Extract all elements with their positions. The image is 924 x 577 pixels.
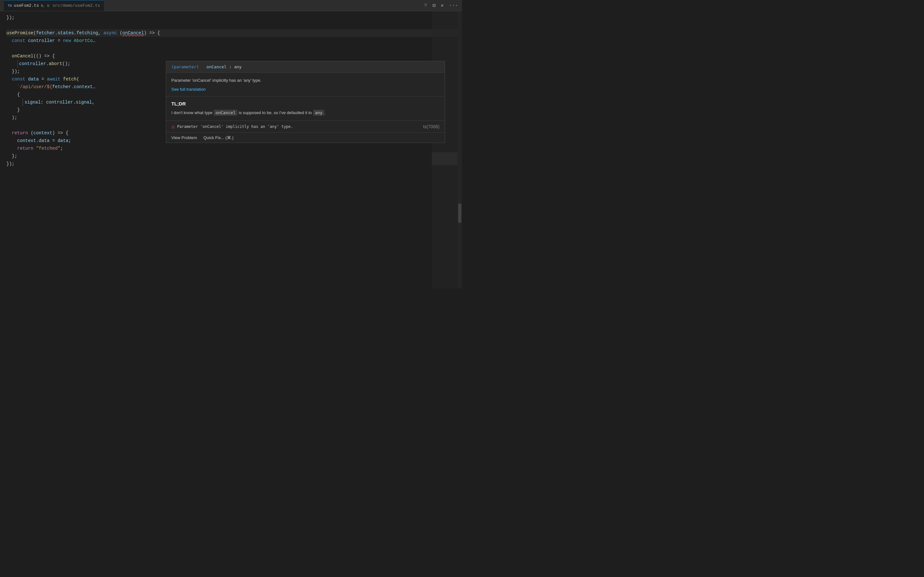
git-icon[interactable]: ⑂	[424, 3, 427, 8]
title-bar: TS useFsm2.ts 9, U src/demo/useFsm2.ts ⑂…	[0, 0, 462, 11]
tooltip-actions: View Problem Quick Fix... (⌘.)	[166, 133, 445, 143]
tldr-code-word: onCancel	[214, 110, 238, 116]
title-bar-actions: ⑂ ⊡ ✕ ···	[424, 2, 458, 9]
split-editor-icon[interactable]: ⊡	[433, 2, 436, 9]
error-icon: ⚠	[171, 124, 175, 129]
tab-position: 9, U	[41, 4, 49, 8]
tab-path: src/demo/useFsm2.ts	[53, 3, 100, 8]
more-actions-icon[interactable]: ···	[449, 3, 458, 8]
tooltip-message: Parameter 'onCancel' implicitly has an '…	[171, 77, 439, 84]
translation-link[interactable]: See full translation	[171, 87, 439, 92]
code-line: return "fetched";	[6, 145, 462, 152]
minimap-highlight	[432, 152, 457, 165]
tab-filename: useFsm2.ts	[14, 3, 39, 8]
code-line	[6, 45, 462, 52]
tldr-text: I don't know what type onCancel is suppo…	[171, 110, 439, 116]
tldr-before: I don't know what type	[171, 110, 212, 115]
tooltip-error-line: ⚠ Parameter 'onCancel' implicitly has an…	[166, 121, 445, 133]
tab-language: TS	[8, 4, 12, 8]
scrollbar[interactable]	[457, 11, 462, 288]
tooltip-body: Parameter 'onCancel' implicitly has an '…	[166, 73, 445, 97]
code-line: onCancel(() => {	[6, 52, 462, 60]
code-line: const controller = new AbortCo…	[6, 37, 462, 45]
tooltip-header: (parameter) onCancel : any	[166, 61, 445, 73]
editor-tab[interactable]: TS useFsm2.ts 9, U src/demo/useFsm2.ts	[4, 0, 104, 11]
code-line-active: usePromise(fetcher.states.fetching, asyn…	[6, 29, 462, 37]
scrollbar-thumb[interactable]	[458, 203, 461, 223]
quick-fix-link[interactable]: Quick Fix... (⌘.)	[204, 135, 234, 140]
tldr-type: any	[313, 110, 325, 116]
param-label: (parameter)	[171, 64, 199, 69]
view-problem-link[interactable]: View Problem	[171, 135, 197, 140]
editor-container: }); usePromise(fetcher.states.fetching, …	[0, 11, 462, 288]
tldr-after: is supposed to be, so I've defaulted it …	[239, 110, 312, 115]
param-type: : any	[229, 64, 242, 69]
tooltip-tldr: TL;DR I don't know what type onCancel is…	[166, 97, 445, 121]
error-message-text: Parameter 'onCancel' implicitly has an '…	[177, 124, 293, 129]
tldr-title: TL;DR	[171, 101, 439, 106]
code-line: });	[6, 160, 462, 168]
minimap	[432, 11, 457, 288]
tldr-period: .	[325, 110, 326, 115]
tooltip-popup: (parameter) onCancel : any Parameter 'on…	[166, 61, 445, 143]
code-line	[6, 21, 462, 29]
code-text: usePromise	[6, 29, 33, 37]
error-underline: onCancel	[122, 29, 144, 37]
close-tab-icon[interactable]: ✕	[441, 2, 444, 9]
code-line: });	[6, 14, 462, 21]
code-text: });	[6, 14, 15, 21]
error-code: ts(7006)	[423, 124, 439, 129]
param-name: onCancel	[207, 64, 227, 69]
code-line: };	[6, 152, 462, 160]
